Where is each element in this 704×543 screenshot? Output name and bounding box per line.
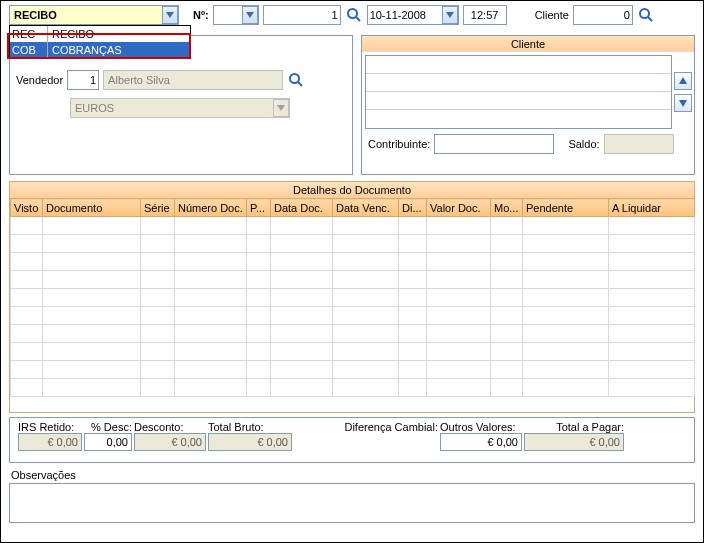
col-datavenc[interactable]: Data Venc.: [333, 199, 399, 217]
doc-type-combo[interactable]: [9, 5, 179, 25]
search-vendedor-icon[interactable]: [287, 71, 305, 89]
details-title: Detalhes do Documento: [10, 182, 694, 198]
table-row[interactable]: [11, 343, 695, 361]
col-liquidar[interactable]: A Liquidar: [609, 199, 695, 217]
table-row[interactable]: [11, 235, 695, 253]
svg-point-4: [290, 74, 299, 83]
table-row[interactable]: [11, 361, 695, 379]
moeda-input: [70, 98, 290, 118]
moeda-row: [10, 94, 352, 122]
col-numero[interactable]: Número Doc.: [175, 199, 247, 217]
cliente-panel-title: Cliente: [362, 36, 694, 52]
vendedor-name-display: [103, 70, 283, 90]
obs-textarea[interactable]: [9, 483, 695, 523]
saldo-label: Saldo:: [568, 138, 599, 150]
moeda-dropdown-btn: [273, 99, 289, 117]
svg-point-0: [348, 9, 357, 18]
difcambial-label: Diferença Cambial:: [294, 421, 438, 433]
desconto-value: [134, 433, 206, 451]
col-valor[interactable]: Valor Doc.: [427, 199, 491, 217]
dropdown-item-cobrancas[interactable]: COB COBRANÇAS: [10, 42, 190, 58]
obs-section: Observações: [1, 467, 703, 531]
doc-number-input[interactable]: [263, 5, 341, 25]
totals-labels-row: IRS Retido: % Desc: Desconto: Total Brut…: [10, 418, 694, 433]
contribuinte-input[interactable]: [434, 134, 554, 154]
search-cliente-icon[interactable]: [637, 6, 655, 24]
cliente-row: [366, 92, 671, 110]
num-label: Nº:: [193, 9, 209, 21]
pctdesc-input[interactable]: [84, 433, 132, 451]
table-row[interactable]: [11, 379, 695, 397]
table-row[interactable]: [11, 253, 695, 271]
col-documento[interactable]: Documento: [43, 199, 141, 217]
contribuinte-label: Contribuinte:: [368, 138, 430, 150]
date-dropdown-btn[interactable]: [442, 6, 458, 24]
dropdown-item-code: REC: [10, 26, 48, 42]
table-row[interactable]: [11, 289, 695, 307]
col-datadoc[interactable]: Data Doc.: [271, 199, 333, 217]
doc-type-input[interactable]: [9, 5, 179, 25]
table-row[interactable]: [11, 307, 695, 325]
totalpagar-value: [524, 433, 624, 451]
cliente-label: Cliente: [535, 9, 569, 21]
cliente-panel: Cliente Contribuinte: Saldo:: [361, 35, 695, 175]
table-row[interactable]: [11, 271, 695, 289]
col-serie[interactable]: Série: [141, 199, 175, 217]
irs-label: IRS Retido:: [18, 421, 82, 433]
col-p[interactable]: P...: [247, 199, 271, 217]
scroll-up-button[interactable]: [674, 72, 692, 90]
col-visto[interactable]: Visto: [11, 199, 43, 217]
grid-header-row: Visto Documento Série Número Doc. P... D…: [11, 199, 695, 217]
details-grid[interactable]: Visto Documento Série Número Doc. P... D…: [10, 198, 695, 397]
num-series-dropdown-btn[interactable]: [242, 6, 258, 24]
contribuinte-row: Contribuinte: Saldo:: [362, 132, 694, 156]
scroll-down-button[interactable]: [674, 94, 692, 112]
col-mo[interactable]: Mo...: [491, 199, 523, 217]
date-combo[interactable]: [367, 5, 459, 25]
details-panel: Detalhes do Documento Visto Documento Sé…: [9, 181, 695, 413]
doc-type-dropdown-btn[interactable]: [162, 6, 178, 24]
cliente-row: [366, 56, 671, 74]
cliente-address-box[interactable]: [365, 55, 672, 129]
moeda-combo: [70, 98, 290, 118]
col-di[interactable]: Di...: [399, 199, 427, 217]
vendedor-code-input[interactable]: [67, 70, 99, 90]
table-row[interactable]: [11, 325, 695, 343]
outros-label: Outros Valores:: [440, 421, 522, 433]
dropdown-item-code: COB: [10, 42, 48, 58]
saldo-display: [604, 134, 674, 154]
outros-input[interactable]: [440, 433, 522, 451]
desconto-label: Desconto:: [134, 421, 206, 433]
time-input[interactable]: [463, 5, 507, 25]
svg-line-3: [648, 17, 652, 21]
search-doc-icon[interactable]: [345, 6, 363, 24]
cliente-row: [366, 110, 671, 128]
totalpagar-label: Total a Pagar:: [524, 421, 624, 433]
vendedor-row: Vendedor: [10, 66, 352, 94]
irs-value: [18, 433, 82, 451]
totals-panel: IRS Retido: % Desc: Desconto: Total Brut…: [9, 417, 695, 463]
vendedor-label: Vendedor: [16, 74, 63, 86]
pctdesc-label: % Desc:: [84, 421, 132, 433]
svg-point-2: [640, 9, 649, 18]
num-series-combo[interactable]: [213, 5, 259, 25]
table-row[interactable]: [11, 217, 695, 235]
dropdown-item-recibo[interactable]: REC RECIBO: [10, 26, 190, 42]
cliente-row: [366, 74, 671, 92]
col-pendente[interactable]: Pendente: [523, 199, 609, 217]
svg-line-5: [298, 82, 302, 86]
totals-values-row: [10, 433, 694, 451]
obs-label: Observações: [1, 467, 703, 481]
doc-type-dropdown-list[interactable]: REC RECIBO COB COBRANÇAS: [9, 25, 191, 59]
totalbruto-label: Total Bruto:: [208, 421, 292, 433]
cliente-code-input[interactable]: [573, 5, 633, 25]
svg-line-1: [356, 17, 360, 21]
dropdown-item-label: RECIBO: [48, 26, 190, 42]
totalbruto-value: [208, 433, 292, 451]
dropdown-item-label: COBRANÇAS: [48, 42, 190, 58]
